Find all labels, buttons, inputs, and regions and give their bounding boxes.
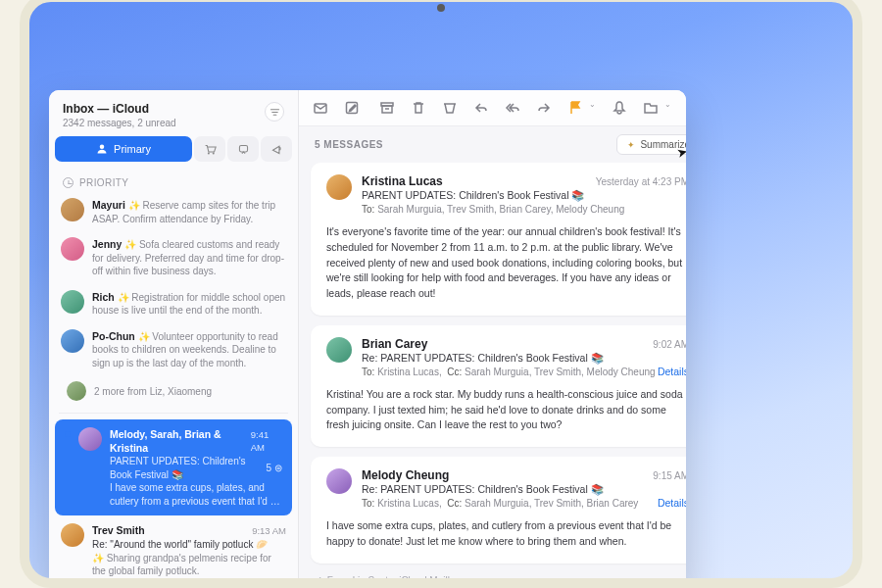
found-in-label: ✈ Found in Sent – iCloud Mailbox	[311, 573, 686, 588]
avatar	[61, 329, 84, 353]
priority-list: Mayuri ✨ Reserve camp sites for the trip…	[49, 192, 298, 588]
junk-icon[interactable]	[442, 100, 458, 116]
avatar	[61, 523, 84, 547]
get-mail-icon[interactable]	[313, 100, 328, 116]
message-subject: Re: PARENT UPDATES: Children's Book Fest…	[362, 483, 686, 496]
tab-promotions[interactable]	[261, 136, 292, 162]
avatar	[326, 468, 352, 494]
message-item-selected[interactable]: Melody, Sarah, Brian & Kristina9:41 AM P…	[55, 419, 292, 515]
reply-icon[interactable]	[473, 100, 489, 116]
avatar	[67, 381, 86, 401]
mail-window: Inbox — iCloud 2342 messages, 2 unread P…	[49, 90, 686, 588]
summarize-button[interactable]: ✦ Summarize ➤	[616, 134, 686, 155]
tab-updates[interactable]	[227, 136, 259, 162]
unread-dot	[65, 427, 71, 508]
mute-icon[interactable]	[612, 100, 627, 116]
thread-count-label: 5 MESSAGES	[315, 139, 383, 150]
priority-item[interactable]: Rich ✨ Registration for middle school op…	[49, 284, 298, 323]
message-body: I have some extra cups, plates, and cutl…	[326, 518, 686, 550]
details-link[interactable]: Details	[658, 497, 686, 509]
sparkle-icon: ✦	[627, 140, 635, 150]
archive-icon[interactable]	[379, 100, 395, 116]
priority-item[interactable]: Mayuri ✨ Reserve camp sites for the trip…	[49, 192, 298, 231]
move-menu-caret[interactable]: ⌄	[664, 100, 671, 116]
details-link[interactable]: Details	[658, 366, 686, 377]
avatar	[61, 237, 84, 261]
thread-icon: ⊜	[274, 462, 282, 475]
compose-icon[interactable]	[344, 100, 360, 116]
reading-pane: ⌄ ⌄ 5 MESSAGES ✦ Summarize ➤	[299, 90, 686, 588]
svg-point-1	[207, 152, 209, 154]
priority-item[interactable]: Po-Chun ✨ Volunteer opportunity to read …	[49, 323, 298, 376]
message-body: Kristina! You are a rock star. My buddy …	[326, 387, 686, 433]
svg-point-2	[212, 152, 214, 154]
message-list-pane: Inbox — iCloud 2342 messages, 2 unread P…	[49, 90, 299, 588]
tab-primary[interactable]: Primary	[55, 136, 192, 162]
reply-all-icon[interactable]	[505, 100, 520, 116]
flag-icon[interactable]	[567, 100, 583, 116]
avatar	[78, 427, 102, 451]
filter-button[interactable]	[265, 102, 284, 122]
priority-more[interactable]: 2 more from Liz, Xiaomeng	[49, 375, 298, 407]
message-subject: Re: PARENT UPDATES: Children's Book Fest…	[362, 352, 686, 365]
message-subject: PARENT UPDATES: Children's Book Festival…	[362, 189, 686, 202]
thread-list: Kristina LucasYesterday at 4:23 PM PAREN…	[299, 163, 686, 588]
avatar	[326, 174, 352, 200]
forward-icon[interactable]	[536, 100, 552, 116]
avatar	[326, 337, 352, 363]
message-item[interactable]: Trev Smith9:13 AM Re: "Around the world"…	[49, 517, 298, 583]
tab-shopping[interactable]	[194, 136, 225, 162]
priority-item[interactable]: Jenny ✨ Sofa cleared customs and ready f…	[49, 231, 298, 284]
message-card[interactable]: Melody Cheung9:15 AM Re: PARENT UPDATES:…	[311, 457, 686, 564]
divider	[59, 413, 288, 414]
priority-section-header: PRIORITY	[49, 170, 298, 192]
avatar	[61, 290, 84, 314]
message-body: It's everyone's favorite time of the yea…	[326, 224, 686, 302]
message-card[interactable]: Kristina LucasYesterday at 4:23 PM PAREN…	[311, 163, 686, 316]
clock-icon	[63, 177, 74, 188]
message-card[interactable]: Brian Carey9:02 AM Re: PARENT UPDATES: C…	[311, 325, 686, 447]
message-item[interactable]: Po-Chun Yeh8:56 AM Re: Library volunteer…	[49, 584, 298, 588]
svg-point-0	[100, 145, 105, 150]
avatar	[61, 198, 84, 221]
svg-rect-3	[239, 145, 247, 152]
mailbox-subtitle: 2342 messages, 2 unread	[63, 118, 176, 128]
cursor-icon: ➤	[675, 144, 686, 161]
move-icon[interactable]	[643, 100, 659, 116]
toolbar: ⌄ ⌄	[299, 90, 686, 126]
flag-menu-caret[interactable]: ⌄	[589, 100, 596, 116]
tab-primary-label: Primary	[114, 143, 151, 155]
trash-icon[interactable]	[411, 100, 426, 116]
mailbox-title: Inbox — iCloud	[63, 102, 176, 116]
imac-camera	[437, 4, 445, 12]
